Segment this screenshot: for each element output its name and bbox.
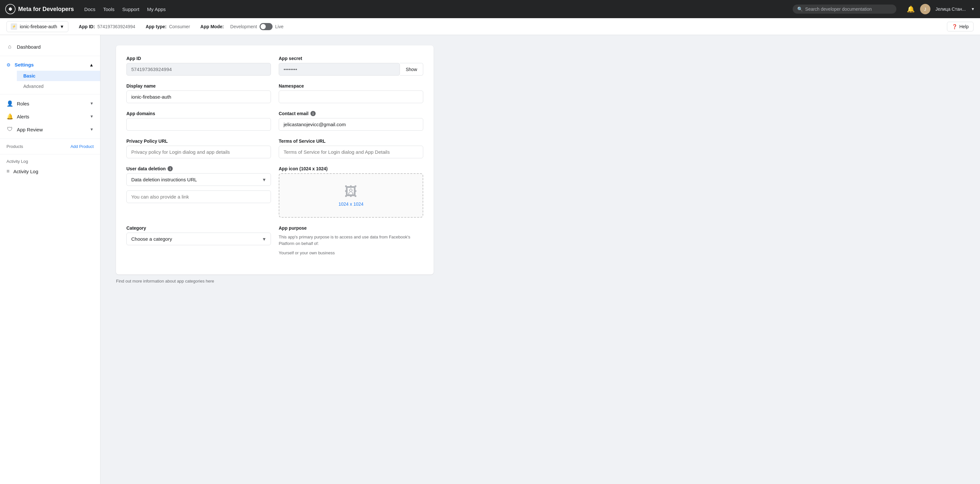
app-mode-toggle-wrap: App Mode: Development Live [200,23,283,30]
secret-row: Show [279,63,423,75]
contact-email-field[interactable] [279,118,423,131]
avatar[interactable]: Ј [920,4,931,14]
settings-submenu: Basic Advanced [0,71,100,91]
logo-text: Meta for Developers [18,6,74,13]
user-data-deletion-info-icon: i [167,166,173,171]
nav-my-apps[interactable]: My Apps [147,6,166,12]
sidebar-item-basic[interactable]: Basic [17,71,100,81]
find-out-more-row: Find out more information about app cate… [116,275,434,288]
terms-label: Terms of Service URL [279,139,423,144]
form-group-contact-email: Contact email i [279,111,423,131]
app-icon: ⚡ [11,23,17,30]
form-row-app-id-secret: App ID App secret Show [126,56,423,75]
show-secret-button[interactable]: Show [400,63,423,75]
contact-email-label: Contact email i [279,111,423,116]
live-mode-toggle[interactable] [259,23,272,30]
sidebar-item-alerts[interactable]: 🔔 Alerts ▼ [0,110,100,123]
terms-field[interactable] [279,145,423,158]
app-icon-size: 1024 x 1024 [338,201,363,207]
main-layout: ⌂ Dashboard ⚙ Settings ▲ Basic Advanced … [0,35,980,484]
bell-icon: 🔔 [6,113,13,120]
activity-log-item-label: Activity Log [13,169,38,174]
sidebar-item-dashboard[interactable]: ⌂ Dashboard [0,40,100,53]
category-label: Category [126,225,271,231]
sidebar-roles-label: Roles [17,101,29,106]
form-group-app-purpose: App purpose This app's primary purpose i… [279,225,423,256]
form-row-display-namespace: Display name Namespace [126,83,423,103]
user-data-deletion-select[interactable]: Data deletion instructions URL [126,173,271,186]
form-group-privacy-policy: Privacy Policy URL [126,139,271,158]
app-mode-label: App Mode: [200,24,224,29]
settings-chevron-up-icon: ▲ [89,62,94,67]
search-bar[interactable]: 🔍 [793,5,896,14]
app-icon-label: App icon (1024 x 1024) [279,166,423,171]
products-row: Products Add Product [0,141,100,152]
namespace-field[interactable] [279,91,423,103]
roles-icon: 👤 [6,100,13,107]
find-out-more-text: Find out more information about app cate… [116,279,214,284]
search-input[interactable] [805,6,892,12]
app-domains-field[interactable] [126,118,271,131]
user-data-deletion-label: User data deletion i [126,166,271,171]
app-icon-upload[interactable]: 🖼 1024 x 1024 [279,173,423,218]
nav-tools[interactable]: Tools [103,6,115,12]
nav-right: 🔔 Ј Јелица Стан... ▼ [907,4,975,14]
activity-log-section-label: Activity Log [0,157,100,166]
add-product-link[interactable]: Add Product [70,144,94,149]
sidebar-item-settings[interactable]: ⚙ Settings ▲ [0,59,100,71]
settings-card: App ID App secret Show Display name [116,45,434,275]
sidebar-item-advanced[interactable]: Advanced [17,81,100,91]
form-row-domains-email: App domains Contact email i [126,111,423,131]
form-group-app-domains: App domains [126,111,271,131]
sidebar-item-app-review[interactable]: 🛡 App Review ▼ [0,123,100,136]
contact-email-info-icon: i [310,111,316,116]
sidebar-item-roles[interactable]: 👤 Roles ▼ [0,97,100,110]
products-label: Products [6,144,70,149]
nav-support[interactable]: Support [122,6,139,12]
app-name: ionic-firebase-auth [20,24,57,29]
user-data-deletion-url-field[interactable] [126,190,271,203]
home-icon: ⌂ [6,43,13,50]
upload-icon: 🖼 [345,184,358,199]
app-purpose-label: App purpose [279,225,423,231]
help-button[interactable]: ❓ Help [947,22,974,32]
category-select[interactable]: Choose a category [126,233,271,245]
search-icon: 🔍 [797,6,803,12]
form-group-user-data-deletion: User data deletion i Data deletion instr… [126,166,271,218]
sidebar: ⌂ Dashboard ⚙ Settings ▲ Basic Advanced … [0,35,100,484]
main-content: App ID App secret Show Display name [100,35,980,484]
namespace-label: Namespace [279,83,423,89]
form-group-app-secret: App secret Show [279,56,423,75]
chevron-down-icon: ▼ [971,7,975,11]
app-meta: App ID: 574197363924994 App type: Consum… [79,23,283,30]
roles-chevron-icon: ▼ [90,101,94,106]
gear-icon: ⚙ [6,62,11,67]
app-purpose-subtext: Yourself or your own business [279,250,423,256]
privacy-policy-field[interactable] [126,145,271,158]
app-type-label: App type: Consumer [145,24,190,29]
form-group-namespace: Namespace [279,83,423,103]
form-row-privacy-terms: Privacy Policy URL Terms of Service URL [126,139,423,158]
category-dropdown-wrap: Choose a category ▼ [126,233,271,245]
form-group-category: Category Choose a category ▼ [126,225,271,256]
form-group-app-icon: App icon (1024 x 1024) 🖼 1024 x 1024 [279,166,423,218]
user-name[interactable]: Јелица Стан... [935,6,966,12]
app-bar: ⚡ ionic-firebase-auth ▼ App ID: 57419736… [0,18,980,35]
app-review-chevron-icon: ▼ [90,127,94,132]
alerts-chevron-icon: ▼ [90,114,94,119]
nav-docs[interactable]: Docs [84,6,95,12]
shield-icon: 🛡 [6,126,13,133]
notifications-bell-icon[interactable]: 🔔 [907,5,915,13]
top-navigation: Meta for Developers Docs Tools Support M… [0,0,980,18]
app-domains-label: App domains [126,111,271,116]
display-name-label: Display name [126,83,271,89]
user-data-deletion-dropdown-wrap: Data deletion instructions URL ▼ [126,173,271,186]
sidebar-item-activity-log[interactable]: ≡ Activity Log [0,166,100,177]
app-secret-field [279,63,400,75]
form-group-app-id: App ID [126,56,271,75]
app-id-field [126,63,271,75]
sidebar-alerts-label: Alerts [17,114,29,119]
live-label: Live [275,24,283,29]
app-selector[interactable]: ⚡ ionic-firebase-auth ▼ [6,21,68,32]
display-name-field[interactable] [126,91,271,103]
